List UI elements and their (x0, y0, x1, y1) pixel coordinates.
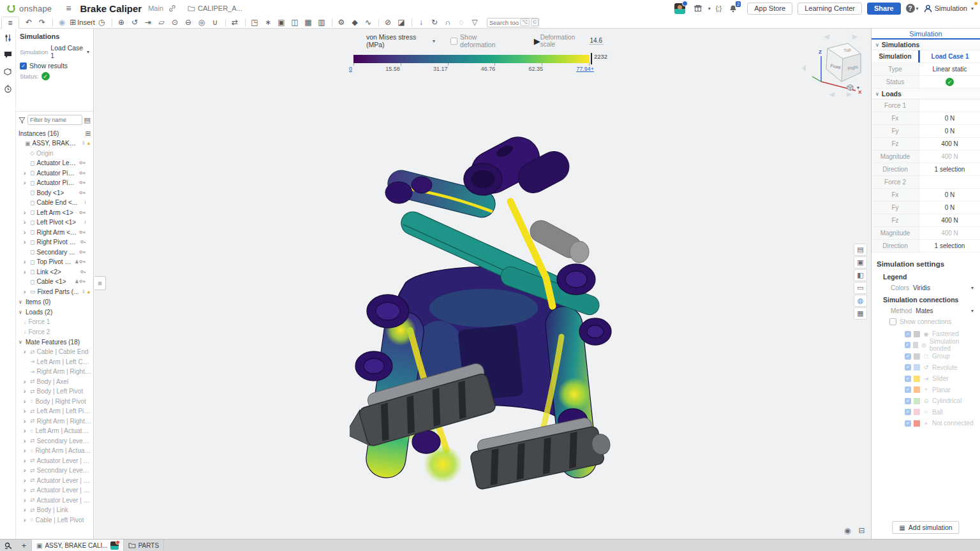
account-menu[interactable]: Simulation ▾ (924, 4, 974, 13)
mate-feature-row[interactable]: › ⇄ Right Arm | Right Pi... (16, 416, 93, 427)
app-store-button[interactable]: App Store (747, 3, 792, 15)
colorbar-tick-label[interactable]: 31.17 (433, 66, 448, 72)
record-view-icon[interactable]: ▦ (854, 307, 867, 320)
list-options-icon[interactable]: ▤ (84, 116, 91, 124)
mate-feature-row[interactable]: › ○ Right Arm | Actuat... (16, 446, 93, 456)
mate-feature-row[interactable]: › ○ Body | Right Pivot (16, 397, 93, 407)
instance-row[interactable]: › ◻ Secondary Leve... Φ≡ ▲ (16, 247, 93, 258)
load-row[interactable]: ↓ Force 2 (16, 327, 93, 337)
notifications-bell-icon[interactable]: 2 (729, 4, 737, 13)
connection-checkbox[interactable]: ✓ (905, 376, 911, 382)
expand-chevron-icon[interactable]: › (24, 447, 28, 454)
load-force-icon[interactable]: ↓ (415, 17, 428, 28)
display-states-icon[interactable]: ◫ (289, 17, 302, 28)
top-pivot-cylinders[interactable] (464, 130, 574, 201)
load-gravity-icon[interactable]: ▽ (469, 17, 482, 28)
play-animation-button[interactable]: ▶ (534, 36, 540, 46)
insert-icon[interactable]: ⊞ Insert (76, 17, 89, 28)
separator[interactable] (92, 18, 93, 27)
expand-chevron-icon[interactable]: › (24, 517, 28, 524)
expand-chevron-icon[interactable]: › (24, 288, 28, 295)
relation-icon[interactable]: ⇄ (229, 17, 242, 28)
expand-chevron-icon[interactable]: › (24, 437, 28, 444)
tab-manager-icon[interactable] (0, 540, 17, 551)
configurations-icon[interactable]: ▦ (302, 17, 315, 28)
expand-chevron-icon[interactable]: › (24, 477, 28, 484)
comments-icon[interactable] (4, 51, 12, 59)
mate-feature-row[interactable]: › ⇄ Body | Axel (16, 377, 93, 387)
expand-chevron-icon[interactable]: › (24, 258, 28, 265)
brake-caliper-model[interactable] (350, 120, 614, 506)
connection-checkbox[interactable]: ✓ (905, 331, 911, 337)
insert-instance-icon[interactable]: ⊞ (85, 130, 91, 137)
mate-tangent-icon[interactable]: ∪ (209, 17, 222, 28)
load-torque-icon[interactable]: ↻ (429, 17, 442, 28)
instance-row[interactable]: › ◻ Cable <1> ♟Φ≡ ▲ (16, 277, 93, 287)
colorbar-tick-label[interactable]: 62.35 (528, 66, 543, 72)
separator[interactable] (378, 18, 379, 27)
mate-feature-row[interactable]: › ⇄ Actuator Lever | Ca... (16, 485, 93, 496)
items-section-header[interactable]: ∨ Items (0) (16, 297, 93, 307)
instance-row[interactable]: › ◻ Left Pivot <1> i ▲ (16, 217, 93, 228)
history-icon[interactable]: ◷ (96, 17, 108, 28)
load-property-value[interactable]: 1 selection (935, 166, 965, 173)
instances-panel-toggle[interactable]: ≡ (1, 17, 19, 29)
instance-row[interactable]: › ◻ Right Pivot <1> Φ• ▲ (16, 237, 93, 247)
breadcrumb[interactable]: CALIPER_A... (188, 4, 242, 12)
expand-chevron-icon[interactable]: › (24, 209, 28, 216)
loads-section-header[interactable]: ∨ Loads (2) (16, 307, 93, 317)
separator[interactable] (412, 18, 412, 27)
connection-checkbox[interactable]: ✓ (905, 420, 911, 427)
colorbar-tick-label[interactable]: 77.94+ (576, 66, 594, 72)
connection-checkbox[interactable]: ✓ (905, 398, 911, 404)
undo-icon[interactable]: ↶ (23, 17, 36, 28)
section-view-icon[interactable]: ◪ (396, 17, 408, 28)
named-positions-icon[interactable]: ▣ (276, 17, 288, 28)
redo-icon[interactable]: ↷ (36, 17, 49, 28)
right-brake-pad[interactable] (468, 414, 614, 490)
method-selector[interactable]: Method Mates ▾ (891, 307, 975, 314)
expand-chevron-icon[interactable]: › (24, 348, 28, 355)
instance-row[interactable]: › ◻ Actuator Pivot ... Φ≡ ▲ (16, 168, 93, 179)
mate-feature-row[interactable]: › ⇥ Left Arm | Left Carr... (16, 357, 93, 367)
named-views-icon[interactable]: ▤ (854, 244, 867, 256)
separator[interactable] (52, 18, 53, 27)
show-connections-toggle[interactable]: Show connections (889, 318, 975, 325)
expand-chevron-icon[interactable]: › (24, 219, 28, 226)
instance-row[interactable]: › ◻ Body <1> Φ≡ ▲ (16, 188, 93, 198)
user-avatar[interactable] (674, 3, 685, 14)
mate-feature-row[interactable]: › ⇄ Secondary Lever | ... (16, 466, 93, 476)
instance-row[interactable]: › ◻ Link <2> Φ• ▲ (16, 267, 93, 277)
separator[interactable] (112, 18, 112, 27)
gear-relation-icon[interactable]: ⚙ (336, 17, 348, 28)
expand-chevron-icon[interactable]: › (24, 388, 28, 395)
onshape-logo[interactable]: onshape (6, 4, 52, 13)
simulations-section-header[interactable]: ∨ Simulations (872, 40, 980, 50)
view-cube[interactable]: Top Front Right Z X (799, 32, 871, 99)
show-deformation-checkbox[interactable] (450, 38, 457, 45)
snapshot-icon[interactable]: ◳ (249, 17, 262, 28)
separator[interactable] (245, 18, 246, 27)
expand-chevron-icon[interactable]: › (24, 506, 28, 513)
bom-icon[interactable]: ▥ (316, 17, 329, 28)
help-menu[interactable]: ? ▾ (906, 4, 919, 13)
filter-by-name-input[interactable] (27, 115, 82, 125)
history-clock-icon[interactable] (4, 85, 12, 93)
colorbar-tick-label[interactable]: 15.58 (385, 66, 400, 72)
instance-row[interactable]: › ◻ Right Arm <1> Φ≡ ▲ (16, 228, 93, 238)
learning-center-button[interactable]: Learning Center (798, 3, 862, 15)
belt-relation-icon[interactable]: ∿ (362, 17, 375, 28)
expand-chevron-icon[interactable]: › (24, 408, 28, 415)
workspace-name[interactable]: Main (148, 4, 163, 12)
explode-icon[interactable]: ∗ (262, 17, 275, 28)
show-deformation-toggle[interactable]: Show deformation (450, 33, 509, 48)
filter-settings-icon[interactable] (4, 34, 12, 42)
mate-planar-icon[interactable]: ▱ (156, 17, 168, 28)
add-simulation-button[interactable]: ▦ Add simulation (892, 521, 959, 534)
deformation-scale-value[interactable]: 14.6 (589, 37, 604, 45)
tab-assembly[interactable]: ▣ ASSY, BRAKE CALI... (32, 540, 124, 551)
mate-feature-row[interactable]: › ⇥ Right Arm | Right C... (16, 367, 93, 377)
simulation-tab[interactable]: Simulation (872, 29, 980, 40)
show-results-checkbox[interactable]: ✓ (20, 62, 27, 70)
connection-checkbox[interactable]: ✓ (905, 364, 911, 371)
